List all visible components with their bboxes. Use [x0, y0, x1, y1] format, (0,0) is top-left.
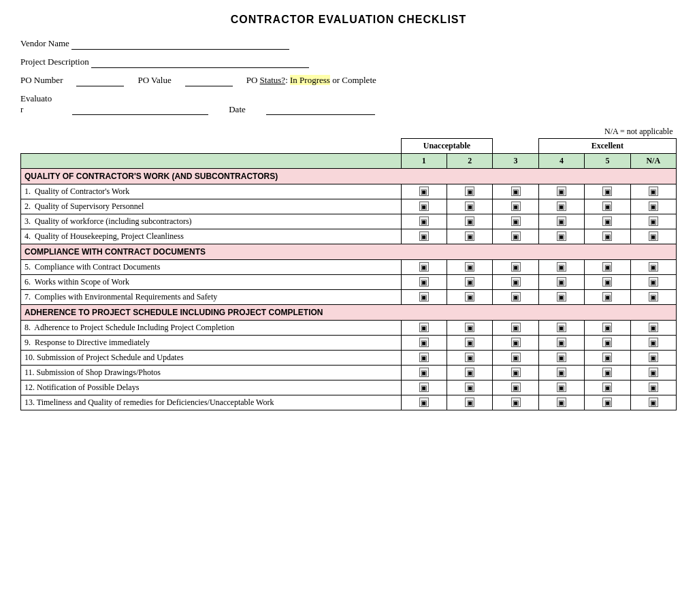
rating-2[interactable]: ▣	[447, 321, 492, 336]
rating-1[interactable]: ▣	[401, 366, 447, 380]
rating-3[interactable]: ▣	[493, 321, 538, 336]
rating-na[interactable]: ▣	[630, 275, 676, 290]
rating-1[interactable]: ▣	[401, 380, 447, 395]
rating-na[interactable]: ▣	[630, 380, 676, 395]
rating-1[interactable]: ▣	[401, 395, 447, 410]
radio-box[interactable]: ▣	[649, 353, 658, 362]
radio-box[interactable]: ▣	[465, 338, 474, 347]
radio-box[interactable]: ▣	[419, 187, 429, 196]
rating-2[interactable]: ▣	[447, 351, 492, 366]
radio-box[interactable]: ▣	[649, 323, 658, 332]
rating-1[interactable]: ▣	[401, 184, 447, 199]
radio-box[interactable]: ▣	[649, 398, 658, 407]
radio-box[interactable]: ▣	[419, 231, 429, 241]
rating-5[interactable]: ▣	[585, 214, 630, 229]
radio-box[interactable]: ▣	[419, 338, 429, 347]
radio-box[interactable]: ▣	[649, 368, 658, 377]
radio-box[interactable]: ▣	[557, 216, 566, 226]
radio-box[interactable]: ▣	[419, 398, 429, 407]
radio-box[interactable]: ▣	[511, 216, 521, 226]
rating-5[interactable]: ▣	[585, 199, 630, 214]
radio-box[interactable]: ▣	[465, 277, 474, 287]
radio-box[interactable]: ▣	[465, 383, 474, 392]
radio-box[interactable]: ▣	[465, 353, 474, 362]
radio-box[interactable]: ▣	[649, 383, 658, 392]
radio-box[interactable]: ▣	[557, 323, 566, 332]
rating-1[interactable]: ▣	[401, 229, 447, 244]
rating-5[interactable]: ▣	[585, 395, 630, 410]
radio-box[interactable]: ▣	[649, 231, 658, 241]
rating-3[interactable]: ▣	[493, 229, 538, 244]
rating-na[interactable]: ▣	[630, 336, 676, 351]
radio-box[interactable]: ▣	[465, 398, 474, 407]
rating-2[interactable]: ▣	[447, 184, 492, 199]
radio-box[interactable]: ▣	[511, 338, 521, 347]
rating-1[interactable]: ▣	[401, 290, 447, 305]
rating-1[interactable]: ▣	[401, 214, 447, 229]
radio-box[interactable]: ▣	[649, 201, 658, 211]
rating-4[interactable]: ▣	[538, 214, 584, 229]
rating-2[interactable]: ▣	[447, 336, 492, 351]
rating-na[interactable]: ▣	[630, 366, 676, 380]
radio-box[interactable]: ▣	[602, 383, 612, 392]
rating-4[interactable]: ▣	[538, 184, 584, 199]
radio-box[interactable]: ▣	[465, 292, 474, 302]
radio-box[interactable]: ▣	[465, 187, 474, 196]
rating-4[interactable]: ▣	[538, 351, 584, 366]
radio-box[interactable]: ▣	[465, 368, 474, 377]
radio-box[interactable]: ▣	[602, 398, 612, 407]
rating-4[interactable]: ▣	[538, 290, 584, 305]
rating-na[interactable]: ▣	[630, 214, 676, 229]
radio-box[interactable]: ▣	[419, 277, 429, 287]
radio-box[interactable]: ▣	[419, 216, 429, 226]
rating-2[interactable]: ▣	[447, 366, 492, 380]
radio-box[interactable]: ▣	[557, 292, 566, 302]
rating-5[interactable]: ▣	[585, 229, 630, 244]
rating-4[interactable]: ▣	[538, 199, 584, 214]
rating-5[interactable]: ▣	[585, 321, 630, 336]
radio-box[interactable]: ▣	[557, 338, 566, 347]
rating-3[interactable]: ▣	[493, 395, 538, 410]
rating-4[interactable]: ▣	[538, 260, 584, 275]
rating-2[interactable]: ▣	[447, 275, 492, 290]
rating-1[interactable]: ▣	[401, 260, 447, 275]
rating-3[interactable]: ▣	[493, 199, 538, 214]
radio-box[interactable]: ▣	[465, 201, 474, 211]
rating-4[interactable]: ▣	[538, 336, 584, 351]
radio-box[interactable]: ▣	[602, 353, 612, 362]
rating-3[interactable]: ▣	[493, 275, 538, 290]
radio-box[interactable]: ▣	[419, 292, 429, 302]
rating-5[interactable]: ▣	[585, 336, 630, 351]
rating-na[interactable]: ▣	[630, 395, 676, 410]
rating-5[interactable]: ▣	[585, 351, 630, 366]
radio-box[interactable]: ▣	[649, 277, 658, 287]
radio-box[interactable]: ▣	[557, 231, 566, 241]
radio-box[interactable]: ▣	[511, 323, 521, 332]
radio-box[interactable]: ▣	[557, 398, 566, 407]
radio-box[interactable]: ▣	[419, 368, 429, 377]
rating-3[interactable]: ▣	[493, 380, 538, 395]
radio-box[interactable]: ▣	[511, 398, 521, 407]
rating-4[interactable]: ▣	[538, 275, 584, 290]
radio-box[interactable]: ▣	[419, 383, 429, 392]
radio-box[interactable]: ▣	[602, 201, 612, 211]
radio-box[interactable]: ▣	[649, 216, 658, 226]
radio-box[interactable]: ▣	[511, 383, 521, 392]
radio-box[interactable]: ▣	[602, 338, 612, 347]
radio-box[interactable]: ▣	[465, 231, 474, 241]
radio-box[interactable]: ▣	[602, 231, 612, 241]
radio-box[interactable]: ▣	[511, 292, 521, 302]
radio-box[interactable]: ▣	[602, 292, 612, 302]
radio-box[interactable]: ▣	[511, 187, 521, 196]
radio-box[interactable]: ▣	[419, 201, 429, 211]
radio-box[interactable]: ▣	[649, 338, 658, 347]
rating-3[interactable]: ▣	[493, 366, 538, 380]
rating-4[interactable]: ▣	[538, 229, 584, 244]
radio-box[interactable]: ▣	[419, 262, 429, 272]
rating-1[interactable]: ▣	[401, 336, 447, 351]
radio-box[interactable]: ▣	[511, 262, 521, 272]
rating-2[interactable]: ▣	[447, 214, 492, 229]
radio-box[interactable]: ▣	[557, 368, 566, 377]
radio-box[interactable]: ▣	[602, 323, 612, 332]
rating-na[interactable]: ▣	[630, 260, 676, 275]
